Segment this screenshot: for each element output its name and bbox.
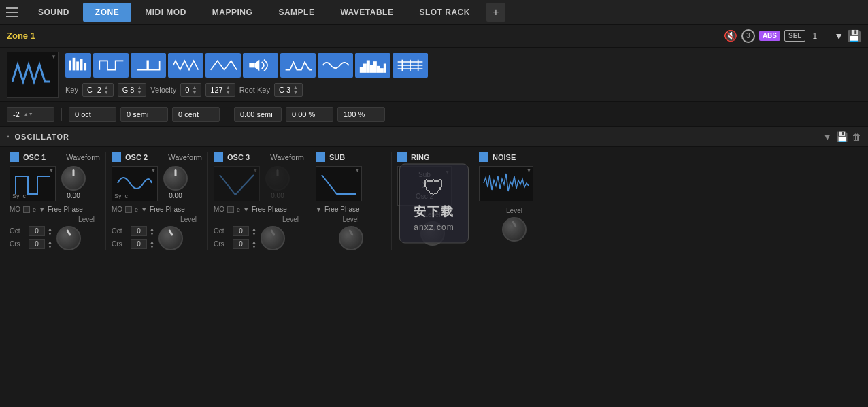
osc2-oct-arrows[interactable]: ▲▼: [150, 227, 154, 236]
osc2-waveform-knob[interactable]: [163, 166, 188, 191]
osc3-oct-value[interactable]: 0: [233, 226, 249, 236]
osc3-crs-value[interactable]: 0: [233, 239, 249, 249]
key-to-arrows[interactable]: ▲▼: [137, 85, 141, 95]
osc3-waveform-knob[interactable]: [265, 166, 290, 191]
tab-slotrack[interactable]: SLOT RACK: [407, 3, 482, 22]
tab-sample[interactable]: SAMPLE: [266, 3, 327, 22]
sel-badge[interactable]: SEL: [784, 30, 805, 42]
tab-zone[interactable]: ZONE: [83, 3, 131, 22]
osc3-crs-arrows[interactable]: ▲▼: [252, 240, 256, 249]
osc3-enable-checkbox[interactable]: [214, 152, 223, 162]
vel-to-arrows[interactable]: ▲▼: [226, 85, 231, 95]
osc3-header: OSC 3 Waveform: [214, 152, 304, 162]
tab-midimod[interactable]: MIDI MOD: [133, 3, 199, 22]
ring-sub-label: Sub: [418, 169, 431, 180]
osc3-mo-checkbox[interactable]: [227, 206, 234, 213]
osc2-free-phase[interactable]: Free Phase: [150, 206, 185, 213]
vel-to-field[interactable]: 127 ▲▼: [205, 83, 235, 97]
wave-btn-square[interactable]: [93, 53, 129, 78]
key-from-field[interactable]: C -2 ▲▼: [82, 83, 114, 97]
wave-btn-env[interactable]: [280, 53, 316, 78]
sub-name: SUB: [329, 153, 345, 161]
osc1-enable-checkbox[interactable]: [10, 152, 19, 162]
root-key-field[interactable]: C 3 ▲▼: [274, 83, 303, 97]
osc3-wave-arrow: ▼: [253, 168, 258, 173]
osc2-oct-value[interactable]: 0: [131, 226, 147, 236]
osc1-crs-arrows[interactable]: ▲▼: [48, 240, 52, 249]
ring-wave-display[interactable]: Sub X Osc 2 ▼: [397, 166, 452, 206]
pitch-field-percent[interactable]: 0.00 %: [286, 107, 333, 122]
osc3-level-knob[interactable]: [261, 226, 285, 250]
osc1-wave-display[interactable]: ▼ Sync: [10, 166, 56, 201]
osc2-enable-checkbox[interactable]: [112, 152, 121, 162]
osc1-crs-value[interactable]: 0: [29, 239, 45, 249]
osc1-e-button[interactable]: e: [33, 206, 36, 213]
ring-level-knob[interactable]: [420, 221, 445, 246]
osc2-crs-arrows[interactable]: ▲▼: [150, 240, 154, 249]
add-tab-button[interactable]: +: [486, 3, 505, 22]
wave-btn-grid[interactable]: [393, 53, 428, 78]
noise-level-knob[interactable]: [502, 217, 527, 242]
pitch1-arrows[interactable]: ▲▼: [24, 112, 33, 116]
pitch-field-percent2[interactable]: 100 %: [337, 107, 385, 122]
wave-btn-tri[interactable]: [205, 53, 241, 78]
tab-sound[interactable]: SOUND: [26, 3, 82, 22]
pitch-field-cent[interactable]: 0 cent: [172, 107, 220, 122]
section-collapse-button[interactable]: ▪: [7, 133, 10, 140]
wave-btn-speaker[interactable]: [243, 53, 278, 78]
osc1-level-knob-container: [56, 226, 81, 250]
vel-from-arrows[interactable]: ▲▼: [192, 85, 197, 95]
osc1-level-knob[interactable]: [56, 226, 81, 250]
wave-btn-saw[interactable]: [131, 53, 166, 78]
osc1-knob-container: 0.00: [61, 166, 86, 199]
tab-wavetable[interactable]: WAVETABLE: [328, 3, 405, 22]
wave-btn-1[interactable]: [65, 53, 91, 78]
osc2-mo-checkbox[interactable]: [125, 206, 132, 213]
instrument-logo[interactable]: ▼: [7, 52, 59, 98]
sub-level-knob[interactable]: [339, 226, 363, 250]
pitch-field-1[interactable]: -2 ▲▼: [7, 107, 54, 122]
osc3-free-phase[interactable]: Free Phase: [252, 206, 287, 213]
sub-enable-checkbox[interactable]: [316, 152, 325, 162]
save-zone-icon[interactable]: 💾: [848, 29, 861, 42]
abs-badge[interactable]: ABS: [759, 31, 780, 41]
root-key-arrows[interactable]: ▲▼: [293, 85, 298, 95]
osc2-wave-display[interactable]: ▼ Sync: [112, 166, 158, 201]
noise-wave-display[interactable]: ▼: [479, 166, 533, 201]
osc1-free-phase[interactable]: Free Phase: [48, 206, 83, 213]
osc3-e-button[interactable]: e: [237, 206, 240, 213]
wave-btn-spectrum[interactable]: [355, 53, 390, 78]
pitch-field-oct[interactable]: 0 oct: [69, 107, 116, 122]
noise-enable-checkbox[interactable]: [479, 152, 488, 162]
tab-mapping[interactable]: MAPPING: [200, 3, 265, 22]
osc2-sync-label: Sync: [114, 193, 128, 199]
section-actions: ▼ 💾 🗑: [822, 131, 861, 142]
osc1-waveform-knob[interactable]: [61, 166, 86, 191]
osc1-oct-arrows[interactable]: ▲▼: [48, 227, 52, 236]
osc2-knob-value: 0.00: [169, 192, 182, 199]
osc2-level-knob[interactable]: [158, 226, 183, 250]
osc2-crs-value[interactable]: 0: [131, 239, 147, 249]
wave-btn-sine[interactable]: [318, 53, 353, 78]
osc3-wave-display[interactable]: ▼: [214, 166, 260, 201]
wave-btn-multi[interactable]: [168, 53, 203, 78]
sub-wave-display[interactable]: ▼: [316, 166, 362, 201]
pitch-field-semi2[interactable]: 0.00 semi: [234, 107, 282, 122]
osc3-mo-label: MO: [214, 206, 224, 213]
section-save-button[interactable]: 💾: [836, 131, 848, 142]
key-to-field[interactable]: G 8 ▲▼: [118, 83, 147, 97]
ring-enable-checkbox[interactable]: [397, 152, 407, 162]
osc1-oct-value[interactable]: 0: [29, 226, 45, 236]
vel-from-field[interactable]: 0 ▲▼: [180, 83, 201, 97]
osc2-e-button[interactable]: e: [135, 206, 138, 213]
zone-dropdown-button[interactable]: ▼: [834, 31, 844, 42]
mute-icon[interactable]: 🔇: [724, 29, 737, 42]
osc1-mo-checkbox[interactable]: [23, 206, 30, 213]
key-from-arrows[interactable]: ▲▼: [104, 85, 109, 95]
hamburger-menu[interactable]: [3, 3, 22, 22]
sub-free-phase[interactable]: Free Phase: [324, 206, 360, 213]
section-dropdown-button[interactable]: ▼: [822, 131, 832, 142]
section-delete-button[interactable]: 🗑: [852, 131, 861, 142]
pitch-field-semi[interactable]: 0 semi: [120, 107, 168, 122]
osc3-oct-arrows[interactable]: ▲▼: [252, 227, 256, 236]
